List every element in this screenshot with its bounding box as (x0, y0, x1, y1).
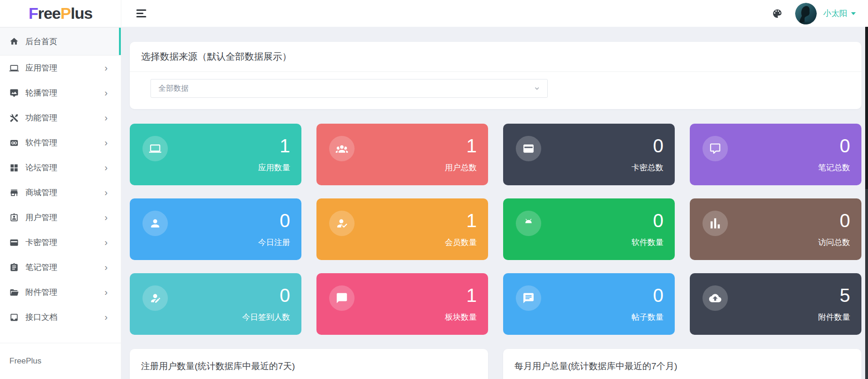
stat-value: 0 (653, 136, 663, 155)
page-scrollbar[interactable] (865, 27, 868, 379)
chat-outline-icon (709, 142, 721, 155)
credit-card-icon (9, 238, 19, 247)
app-window: FreePlus 后台首页应用管理›轮播管理›功能管理›软件管理›论坛管理›商城… (0, 0, 868, 379)
sidebar-item-11[interactable]: 附件管理› (0, 280, 121, 305)
sidebar-item-4[interactable]: 功能管理› (0, 105, 121, 130)
data-source-card-body: 全部数据 (130, 72, 861, 109)
stat-value: 0 (280, 286, 290, 305)
stat-icon-circle (702, 211, 728, 236)
folder-open-icon (9, 288, 19, 297)
avatar-image (795, 3, 817, 24)
stat-value: 1 (280, 136, 290, 155)
topbar: 小太阳 (121, 0, 868, 27)
data-source-title: 选择数据来源（默认全部数据展示） (141, 50, 292, 63)
inbox-icon (9, 313, 19, 322)
sidebar-item-label: 应用管理 (25, 63, 57, 73)
grid-icon (9, 163, 19, 173)
cloud-upload-icon (709, 292, 721, 304)
stat-card-11: 0帖子数量 (503, 273, 675, 335)
logo-part: P (61, 4, 71, 23)
sidebar-footer-text: FreePlus (9, 356, 41, 365)
sidebar-item-6[interactable]: 论坛管理› (0, 155, 121, 180)
stat-icon-circle (142, 211, 168, 236)
stat-icon-circle (142, 285, 168, 311)
logo-part: ree (38, 4, 60, 23)
sidebar-item-5[interactable]: 软件管理› (0, 130, 121, 155)
chevron-down-icon (533, 85, 541, 92)
caret-down-icon (851, 12, 856, 15)
clipboard-icon (9, 263, 19, 272)
stat-value: 0 (840, 136, 850, 155)
stat-icon-circle (516, 211, 541, 236)
data-source-select[interactable]: 全部数据 (150, 79, 548, 98)
chart-card-registered-users: 注册用户数量(统计数据库中最近的7天) (130, 349, 488, 379)
chevron-right-icon: › (104, 187, 108, 197)
logo-part: lus (71, 4, 92, 23)
data-source-card: 选择数据来源（默认全部数据展示） 全部数据 (130, 42, 861, 109)
sidebar-item-8[interactable]: 用户管理› (0, 205, 121, 230)
account-edit-icon (149, 292, 161, 304)
stat-card-3: 0卡密总数 (503, 124, 675, 185)
logo: FreePlus (0, 0, 121, 27)
android-icon (522, 217, 535, 229)
stat-card-9: 0今日签到人数 (130, 273, 301, 335)
sidebar-item-10[interactable]: 笔记管理› (0, 255, 121, 280)
stat-value: 5 (840, 286, 850, 305)
stat-value: 1 (466, 286, 477, 305)
stat-label: 用户总数 (445, 162, 477, 173)
sidebar: FreePlus 后台首页应用管理›轮播管理›功能管理›软件管理›论坛管理›商城… (0, 0, 121, 379)
stat-card-10: 1板块数量 (316, 273, 488, 335)
credit-card-icon (522, 142, 535, 155)
chart-card-monthly-users: 每月用户总量(统计数据库中最近的7个月) (503, 349, 861, 379)
charts-row: 注册用户数量(统计数据库中最近的7天) 每月用户总量(统计数据库中最近的7个月) (130, 349, 861, 379)
chevron-right-icon: › (104, 62, 108, 73)
tools-icon (9, 113, 19, 123)
chevron-right-icon: › (104, 137, 108, 148)
user-menu[interactable]: 小太阳 (823, 8, 856, 19)
topbar-right: 小太阳 (772, 3, 868, 24)
scrollbar-thumb[interactable] (865, 27, 868, 189)
stat-card-5: 0今日注册 (130, 198, 301, 260)
stat-label: 访问总数 (818, 237, 850, 248)
sidebar-item-9[interactable]: 卡密管理› (0, 230, 121, 255)
palette-icon (772, 8, 783, 19)
username: 小太阳 (823, 8, 847, 19)
home-icon (9, 37, 19, 46)
laptop-icon (149, 142, 161, 155)
sidebar-item-1[interactable]: 后台首页 (0, 27, 121, 55)
data-source-select-value: 全部数据 (158, 84, 189, 94)
laptop-icon (9, 63, 19, 73)
chart-title: 每月用户总量(统计数据库中最近的7个月) (514, 360, 850, 372)
stat-card-12: 5附件数量 (690, 273, 861, 335)
stat-value: 0 (653, 286, 663, 305)
sidebar-item-label: 后台首页 (25, 36, 57, 47)
sidebar-item-label: 软件管理 (25, 137, 57, 148)
sidebar-item-label: 功能管理 (25, 112, 57, 123)
sidebar-item-label: 卡密管理 (25, 237, 57, 248)
sidebar-item-12[interactable]: 接口文档› (0, 305, 121, 330)
sidebar-item-label: 笔记管理 (25, 262, 57, 273)
sidebar-item-2[interactable]: 应用管理› (0, 55, 121, 80)
stat-card-8: 0访问总数 (690, 198, 861, 260)
stat-label: 软件数量 (631, 237, 663, 248)
stat-value: 0 (840, 211, 850, 230)
chevron-right-icon: › (104, 112, 108, 123)
sidebar-item-7[interactable]: 商城管理› (0, 180, 121, 205)
message-icon (336, 292, 348, 304)
menu-toggle-button[interactable] (136, 9, 147, 17)
stat-label: 附件数量 (818, 312, 850, 323)
sidebar-item-label: 商城管理 (25, 187, 57, 198)
stat-value: 1 (466, 136, 477, 155)
sidebar-item-label: 接口文档 (25, 312, 57, 323)
sidebar-item-3[interactable]: 轮播管理› (0, 80, 121, 105)
stat-icon-circle (702, 136, 728, 161)
logo-part: F (29, 4, 38, 23)
stat-value: 1 (466, 211, 477, 230)
stat-card-4: 0笔记总数 (690, 124, 861, 185)
palette-icon[interactable] (772, 8, 783, 19)
avatar[interactable] (795, 3, 817, 24)
badge-account-icon (9, 213, 19, 222)
message-text-icon (522, 292, 535, 304)
stat-label: 应用数量 (258, 162, 290, 173)
data-source-card-header: 选择数据来源（默认全部数据展示） (130, 42, 861, 72)
